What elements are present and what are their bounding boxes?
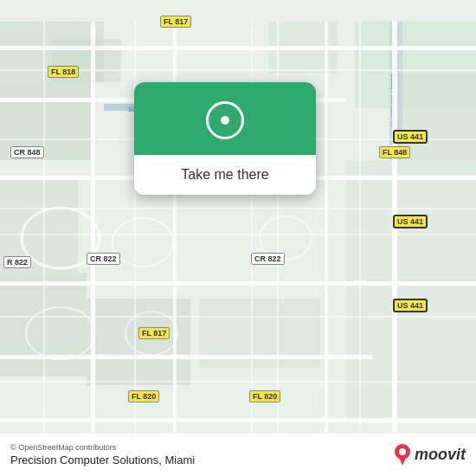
road-label-us441-1: US 441 [393, 130, 428, 144]
svg-rect-29 [0, 234, 476, 235]
pin-dot [221, 116, 229, 125]
svg-rect-16 [0, 46, 476, 50]
road-label-cr822-left: CR 822 [87, 253, 120, 265]
location-pin-icon [206, 101, 244, 139]
road-label-cr848: CR 848 [10, 146, 44, 158]
svg-rect-30 [0, 316, 476, 318]
svg-marker-44 [399, 457, 406, 466]
popup-green-section [134, 82, 316, 155]
take-me-there-button[interactable]: Take me there [174, 165, 275, 184]
svg-rect-22 [91, 22, 95, 454]
bottom-bar: © OpenStreetMap contributors Precision C… [0, 433, 476, 476]
road-label-us441-2: US 441 [393, 215, 428, 228]
pin-circle [206, 101, 244, 139]
svg-point-43 [399, 448, 406, 455]
location-name: Precision Computer Solutions, Miami [10, 453, 195, 466]
road-label-fl818: FL 818 [48, 66, 79, 78]
popup-label-section[interactable]: Take me there [134, 155, 316, 195]
moovit-logo: moovit [393, 443, 466, 467]
moovit-pin-icon [393, 443, 412, 467]
road-label-fl820-left: FL 820 [128, 390, 159, 402]
svg-rect-32 [43, 22, 45, 454]
popup-card: Take me there [134, 82, 316, 195]
road-label-fl848: FL 848 [379, 146, 410, 158]
svg-rect-24 [325, 22, 328, 454]
road-label-fl817-top: FL 817 [160, 16, 191, 28]
svg-rect-31 [0, 381, 476, 383]
svg-rect-36 [359, 22, 361, 454]
map-container: South New River Canal South Fork New R..… [0, 0, 476, 476]
road-label-us441-3: US 441 [393, 299, 428, 312]
road-label-fl820-right: FL 820 [249, 390, 280, 402]
svg-rect-25 [392, 22, 397, 454]
road-label-r822: R 822 [3, 256, 31, 268]
svg-rect-21 [0, 418, 476, 422]
moovit-text: moovit [415, 446, 466, 464]
svg-rect-19 [0, 281, 476, 286]
road-label-cr822-right: CR 822 [251, 253, 285, 265]
attribution-text: © OpenStreetMap contributors [10, 443, 195, 452]
bottom-left: © OpenStreetMap contributors Precision C… [10, 443, 195, 466]
road-label-fl817-lower: FL 817 [138, 327, 170, 339]
